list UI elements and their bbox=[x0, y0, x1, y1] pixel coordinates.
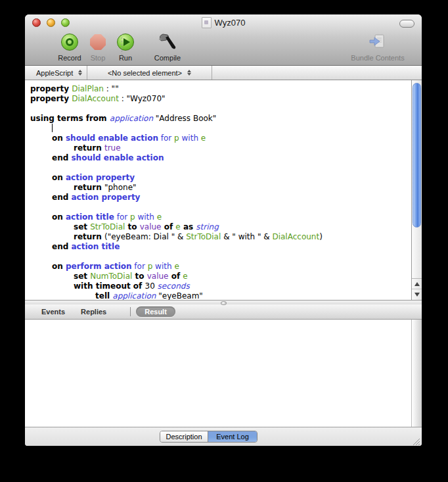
element-popup-value: <No selected element> bbox=[108, 69, 182, 77]
editor-scrollbar[interactable] bbox=[411, 80, 422, 300]
code-area[interactable]: property DialPlan : ""property DialAccou… bbox=[25, 84, 411, 300]
code-line: on action property bbox=[25, 173, 411, 183]
editor-scrollbar-thumb[interactable] bbox=[413, 83, 421, 228]
result-tab-bar: Events Replies Result bbox=[25, 304, 422, 320]
code-line bbox=[25, 252, 411, 262]
text-cursor bbox=[52, 124, 53, 132]
code-line: return true bbox=[25, 143, 411, 153]
view-segmented-control: Description Event Log bbox=[160, 431, 258, 443]
tab-replies[interactable]: Replies bbox=[81, 308, 106, 316]
document-icon bbox=[202, 17, 212, 28]
code-line: set NumToDial to value of e bbox=[25, 272, 411, 281]
run-button[interactable]: Run bbox=[102, 32, 149, 62]
code-line: property DialPlan : "" bbox=[25, 84, 411, 94]
run-icon bbox=[117, 34, 134, 51]
up-arrow-icon bbox=[414, 282, 420, 286]
code-line: end should enable action bbox=[25, 153, 411, 163]
code-line: tell application "eyeBeam" bbox=[25, 291, 411, 300]
run-label: Run bbox=[119, 54, 132, 62]
splitter-dimple-icon bbox=[221, 301, 227, 305]
code-line bbox=[25, 124, 411, 133]
tab-events[interactable]: Events bbox=[41, 308, 65, 316]
scroll-up-button[interactable] bbox=[412, 279, 422, 289]
bottom-bar: Description Event Log bbox=[25, 427, 422, 446]
bundle-contents-button: Bundle Contents bbox=[342, 32, 414, 62]
code-line: end action title bbox=[25, 242, 411, 252]
code-line: on perform action for p with e bbox=[25, 262, 411, 272]
result-scrollbar-track[interactable] bbox=[411, 320, 422, 427]
script-editor[interactable]: property DialPlan : ""property DialAccou… bbox=[25, 80, 422, 300]
code-line: return ("eyeBeam: Dial " & StrToDial & "… bbox=[25, 232, 411, 242]
code-line: property DialAccount : "Wyz070" bbox=[25, 94, 411, 104]
code-line: set StrToDial to value of e as string bbox=[25, 222, 411, 232]
element-popup[interactable]: <No selected element> bbox=[87, 66, 212, 80]
script-editor-window: Wyz070 Record Stop Run bbox=[25, 14, 422, 446]
desktop: { "window": { "title": "Wyz070" }, "colo… bbox=[0, 0, 448, 482]
resize-grip[interactable] bbox=[412, 437, 420, 446]
code-line: end action property bbox=[25, 193, 411, 203]
popup-arrows-icon bbox=[78, 70, 82, 76]
scroll-down-button[interactable] bbox=[412, 289, 422, 300]
code-line bbox=[25, 104, 411, 114]
window-header: Wyz070 Record Stop Run bbox=[25, 14, 422, 66]
toolbar-separator bbox=[122, 34, 122, 60]
hammer-icon bbox=[158, 32, 177, 52]
segment-event-log[interactable]: Event Log bbox=[208, 431, 257, 442]
title-bar[interactable]: Wyz070 bbox=[25, 14, 422, 30]
code-line bbox=[25, 203, 411, 212]
compile-button[interactable]: Compile bbox=[144, 32, 191, 62]
result-pane[interactable] bbox=[25, 320, 422, 427]
code-line bbox=[25, 163, 411, 173]
toolbar: Record Stop Run Compile bbox=[25, 30, 422, 65]
bundle-contents-label: Bundle Contents bbox=[351, 54, 404, 62]
bundle-contents-icon bbox=[369, 33, 387, 51]
toolbar-toggle-pill[interactable] bbox=[399, 20, 414, 28]
language-popup-value: AppleScript bbox=[36, 69, 73, 77]
tab-divider bbox=[130, 307, 131, 316]
code-line: return "phone" bbox=[25, 183, 411, 193]
code-line: on action title for p with e bbox=[25, 212, 411, 222]
language-popup[interactable]: AppleScript bbox=[25, 66, 87, 80]
code-line: with timeout of 30 seconds bbox=[25, 281, 411, 291]
segment-description[interactable]: Description bbox=[160, 431, 208, 442]
code-line: on should enable action for p with e bbox=[25, 133, 411, 143]
code-line: using terms from application "Address Bo… bbox=[25, 114, 411, 124]
window-title: Wyz070 bbox=[215, 18, 246, 28]
popup-arrows-icon bbox=[187, 70, 191, 76]
down-arrow-icon bbox=[414, 293, 420, 297]
pane-splitter[interactable] bbox=[25, 300, 422, 304]
tab-result[interactable]: Result bbox=[136, 306, 175, 317]
navigation-bar: AppleScript <No selected element> bbox=[25, 66, 422, 80]
compile-label: Compile bbox=[154, 54, 181, 62]
